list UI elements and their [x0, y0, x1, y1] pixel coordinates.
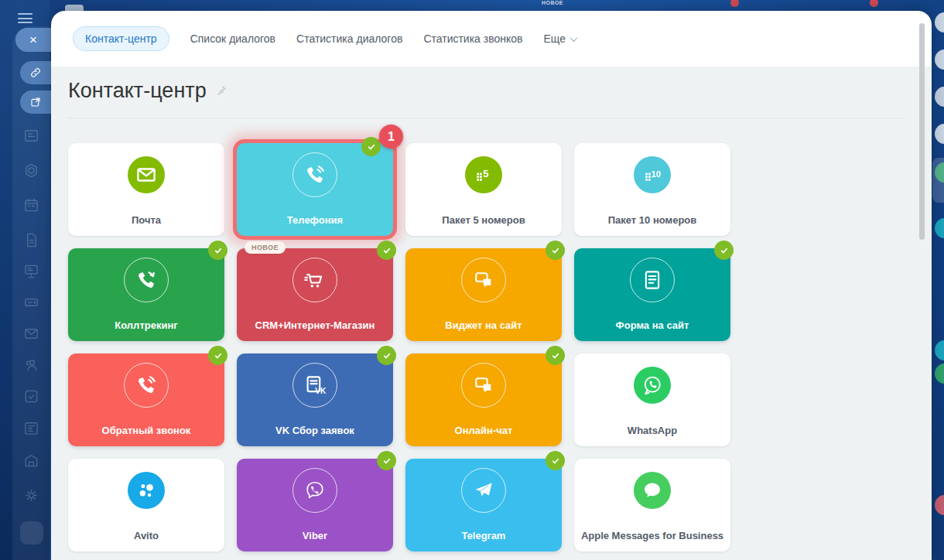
tile-callback[interactable]: Обратный звонок	[68, 353, 224, 446]
scrollbar[interactable]	[919, 23, 925, 240]
background-new-badge: НОВОЕ	[542, 0, 563, 5]
tile-label: Телефония	[240, 214, 390, 226]
tile-avito[interactable]: Avito	[68, 459, 224, 551]
tile-label: Пакет 10 номеров	[577, 214, 727, 226]
close-icon: ×	[29, 33, 37, 46]
gear-icon[interactable]	[22, 487, 40, 504]
tab-3[interactable]: Статистика звонков	[423, 32, 522, 45]
notification-dot	[870, 0, 878, 7]
svg-text:VK: VK	[315, 387, 327, 395]
feed-icon[interactable]	[22, 127, 40, 145]
copy-link-button[interactable]	[20, 61, 51, 84]
numbers-5-icon: 5	[465, 156, 502, 193]
chat-widget-icon	[461, 258, 506, 302]
tile-crm-shop[interactable]: CRM+Интернет-МагазинНОВОЕ	[237, 248, 393, 341]
pin-icon[interactable]	[214, 79, 227, 103]
tile-calltracking[interactable]: Коллтрекинг	[68, 248, 224, 341]
hexagon-icon[interactable]	[22, 162, 40, 179]
check-badge	[546, 241, 565, 260]
tile-telegram[interactable]: Telegram	[405, 459, 562, 551]
tab-4[interactable]: Еще	[544, 32, 577, 45]
check-square-icon[interactable]	[22, 388, 40, 405]
background-avatar	[935, 124, 944, 144]
svg-text:5: 5	[483, 168, 488, 179]
mail-icon[interactable]	[22, 325, 40, 343]
services-grid: ПочтаТелефония15Пакет 5 номеров10Пакет 1…	[68, 143, 730, 551]
viber-icon	[292, 468, 337, 513]
background-avatar	[935, 340, 944, 360]
tile-label: Почта	[71, 214, 221, 226]
page-title: Контакт-центр	[68, 79, 227, 103]
new-badge: НОВОЕ	[245, 241, 286, 254]
tile-whatsapp[interactable]: WhatsApp	[574, 353, 730, 446]
drawer-icon[interactable]	[22, 293, 40, 311]
svg-text:10: 10	[652, 169, 662, 179]
tile-vk-forms[interactable]: VKVK Сбор заявок	[237, 353, 393, 446]
users-icon[interactable]	[22, 356, 40, 374]
check-badge	[377, 241, 396, 260]
tile-chat-widget[interactable]: Виджет на сайт	[405, 248, 562, 341]
background-avatar	[935, 87, 944, 107]
screen-icon[interactable]	[22, 262, 40, 280]
calendar-icon[interactable]	[22, 196, 40, 214]
background-avatar	[935, 50, 944, 70]
building-icon[interactable]	[22, 452, 40, 470]
numbers-10-icon: 10	[634, 156, 671, 193]
tile-apple-messages[interactable]: Apple Messages for Business	[574, 459, 730, 551]
tile-chat[interactable]: Онлайн-чат	[405, 353, 562, 446]
telegram-icon	[461, 468, 506, 513]
tab-1[interactable]: Список диалогов	[190, 32, 275, 45]
tile-numbers-5[interactable]: 5Пакет 5 номеров	[405, 143, 562, 236]
page-title-text: Контакт-центр	[68, 79, 207, 103]
tab-0[interactable]: Контакт-центр	[73, 26, 169, 51]
counter-badge: 1	[379, 125, 403, 149]
check-badge	[377, 451, 396, 470]
form-icon	[630, 258, 675, 302]
tile-label: Avito	[71, 530, 221, 541]
check-badge	[546, 451, 565, 470]
tab-2[interactable]: Статистика диалогов	[296, 32, 402, 45]
tile-form[interactable]: Форма на сайт	[574, 248, 730, 341]
tile-label: Telegram	[409, 530, 559, 541]
tile-label: Viber	[240, 530, 390, 541]
check-badge	[361, 137, 381, 156]
crm-shop-icon	[292, 258, 337, 302]
mail-icon	[128, 156, 165, 193]
check-badge	[546, 346, 565, 365]
tile-label: Apple Messages for Business	[577, 530, 727, 541]
tile-numbers-10[interactable]: 10Пакет 10 номеров	[574, 143, 730, 236]
background-edge-highlight	[932, 158, 944, 203]
sidebar: ×	[0, 0, 50, 560]
tile-phone[interactable]: Телефония1	[237, 143, 393, 236]
background-avatar	[935, 218, 944, 238]
close-slider-button[interactable]: ×	[15, 28, 51, 52]
more-icon[interactable]	[20, 521, 43, 545]
vk-forms-icon: VK	[292, 363, 337, 408]
app-screen: НОВОЕ × Контакт-центрСписок диалоговСтат…	[0, 0, 944, 560]
tile-label: WhatsApp	[577, 425, 727, 436]
tab-label: Контакт-центр	[85, 32, 157, 45]
tile-viber[interactable]: Viber	[237, 459, 393, 551]
background-avatar	[935, 364, 944, 384]
check-badge	[377, 346, 396, 365]
tile-label: Пакет 5 номеров	[409, 214, 559, 226]
tile-label: Онлайн-чат	[409, 425, 559, 436]
check-badge	[208, 346, 227, 365]
tasks-calendar-icon[interactable]	[22, 419, 40, 437]
document-icon[interactable]	[22, 231, 40, 249]
tab-label: Список диалогов	[190, 32, 275, 45]
check-badge	[208, 241, 227, 260]
chat-icon	[461, 363, 506, 408]
menu-icon[interactable]	[18, 13, 32, 23]
background-avatar	[935, 12, 944, 32]
open-in-new-button[interactable]	[20, 90, 51, 114]
notification-dot	[730, 0, 739, 7]
check-badge	[714, 241, 734, 260]
slider-body: Контакт-центр ПочтаТелефония15Пакет 5 но…	[51, 67, 932, 560]
tab-label: Еще	[544, 32, 566, 45]
link-icon	[29, 67, 42, 79]
tile-mail[interactable]: Почта	[68, 143, 224, 236]
tile-label: VK Сбор заявок	[240, 425, 390, 436]
apple-messages-icon	[634, 472, 671, 509]
phone-icon	[292, 152, 337, 197]
